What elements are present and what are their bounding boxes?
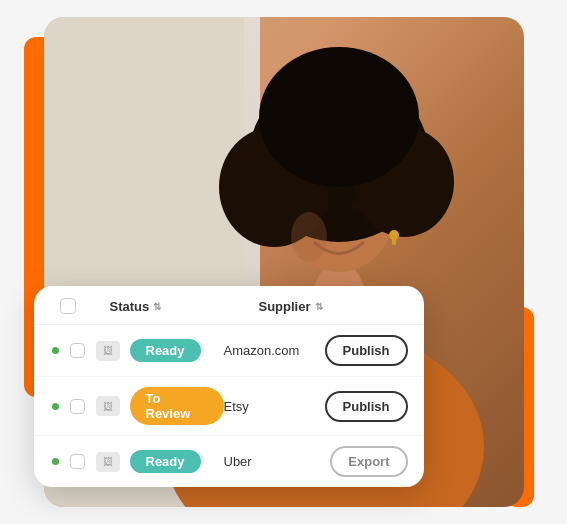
image-thumb-col: 🖼 [94,394,122,418]
row-checkbox[interactable] [70,399,85,414]
status-col: Ready [130,339,224,362]
image-thumbnail: 🖼 [96,396,120,416]
status-col: Ready [130,450,224,473]
supplier-col: Etsy [224,399,318,414]
supplier-col-label: Supplier [259,299,311,314]
supplier-col: Uber [224,454,318,469]
svg-point-3 [284,152,394,272]
row-checkbox-col [66,399,90,414]
dot-col [50,347,62,354]
table-row: 🖼 Ready Amazon.com Publish [34,325,424,377]
svg-point-8 [389,230,399,240]
action-col: Export [318,446,408,477]
row-checkbox[interactable] [70,454,85,469]
status-badge: To Review [130,387,224,425]
table-row: 🖼 To Review Etsy Publish [34,377,424,436]
publish-button[interactable]: Publish [325,391,408,422]
header-status-col: Status ⇅ [86,299,259,314]
svg-point-6 [354,127,454,237]
image-icon: 🖼 [103,401,113,412]
svg-rect-9 [392,237,396,245]
svg-point-12 [291,212,327,262]
action-col: Publish [318,391,408,422]
supplier-sort-icon[interactable]: ⇅ [315,301,323,312]
svg-point-7 [259,47,419,187]
export-button[interactable]: Export [330,446,407,477]
scene: Status ⇅ Supplier ⇅ 🖼 Ready [24,17,544,507]
header-supplier-col: Supplier ⇅ [259,299,408,314]
svg-point-11 [351,200,367,210]
row-checkbox[interactable] [70,343,85,358]
publish-button[interactable]: Publish [325,335,408,366]
svg-point-4 [249,72,429,242]
status-dot [52,347,59,354]
image-icon: 🖼 [103,345,113,356]
table-card: Status ⇅ Supplier ⇅ 🖼 Ready [34,286,424,487]
image-thumb-col: 🖼 [94,339,122,363]
row-checkbox-col [66,454,90,469]
image-icon: 🖼 [103,456,113,467]
svg-point-10 [314,202,330,212]
action-col: Publish [318,335,408,366]
header-checkbox[interactable] [60,298,76,314]
table-row: 🖼 Ready Uber Export [34,436,424,487]
header-checkbox-col [50,298,86,314]
status-badge: Ready [130,450,201,473]
status-dot [52,403,59,410]
dot-col [50,403,62,410]
status-col-label: Status [110,299,150,314]
status-sort-icon[interactable]: ⇅ [153,301,161,312]
image-thumb-col: 🖼 [94,450,122,474]
status-dot [52,458,59,465]
status-col: To Review [130,387,224,425]
row-checkbox-col [66,343,90,358]
status-badge: Ready [130,339,201,362]
supplier-col: Amazon.com [224,343,318,358]
dot-col [50,458,62,465]
image-thumbnail: 🖼 [96,341,120,361]
table-header: Status ⇅ Supplier ⇅ [34,286,424,325]
image-thumbnail: 🖼 [96,452,120,472]
